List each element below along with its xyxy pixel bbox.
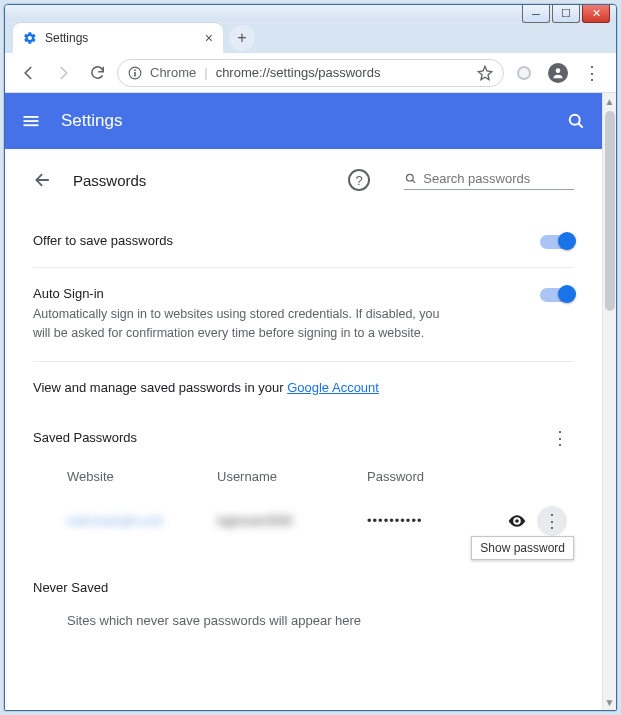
offer-save-toggle[interactable] — [540, 235, 574, 249]
extension-indicator-icon[interactable] — [510, 59, 538, 87]
entry-website[interactable]: mail.example.com — [67, 514, 217, 528]
tab-close-icon[interactable]: × — [205, 30, 213, 46]
svg-rect-6 — [24, 124, 39, 126]
svg-rect-2 — [134, 71, 136, 76]
offer-save-label: Offer to save passwords — [33, 233, 173, 248]
help-icon[interactable]: ? — [348, 169, 370, 191]
col-password: Password — [367, 469, 497, 484]
saved-passwords-title: Saved Passwords — [33, 430, 137, 445]
page-back-button[interactable] — [33, 170, 53, 190]
omnibox[interactable]: Chrome | chrome://settings/passwords — [117, 59, 504, 87]
site-info-icon[interactable] — [128, 66, 142, 80]
auto-signin-description: Automatically sign in to websites using … — [33, 305, 453, 343]
window-maximize-button[interactable]: ☐ — [552, 5, 580, 23]
window-minimize-button[interactable]: ─ — [522, 5, 550, 23]
settings-header-search-icon[interactable] — [566, 111, 586, 131]
password-entry-row: mail.example.com loginuser2000 •••••••••… — [33, 492, 574, 550]
svg-point-8 — [406, 174, 413, 181]
google-account-link[interactable]: Google Account — [287, 380, 379, 395]
search-passwords-field[interactable] — [404, 171, 574, 190]
nav-forward-button[interactable] — [49, 59, 77, 87]
entry-password-masked: •••••••••• — [367, 513, 497, 528]
passwords-page: Passwords ? Offer to save passwords Auto… — [5, 149, 602, 710]
window-close-button[interactable]: ✕ — [582, 5, 610, 23]
offer-save-row: Offer to save passwords — [33, 215, 574, 268]
col-username: Username — [217, 469, 367, 484]
show-password-button[interactable] — [497, 511, 537, 531]
scroll-up-arrow-icon[interactable]: ▲ — [603, 93, 616, 109]
page-title: Passwords — [73, 172, 146, 189]
col-website: Website — [67, 469, 217, 484]
svg-point-9 — [515, 519, 519, 523]
omnibox-url: chrome://settings/passwords — [216, 65, 381, 80]
browser-tab-settings[interactable]: Settings × — [13, 23, 223, 53]
never-saved-title: Never Saved — [33, 580, 574, 595]
omnibox-scheme: Chrome — [150, 65, 196, 80]
svg-rect-5 — [24, 120, 39, 122]
settings-header: Settings — [5, 93, 602, 149]
saved-passwords-menu-button[interactable]: ⋮ — [546, 427, 574, 449]
bookmark-star-icon[interactable] — [477, 65, 493, 81]
browser-tabstrip: Settings × + — [5, 19, 616, 53]
browser-tab-label: Settings — [45, 31, 88, 45]
svg-point-1 — [134, 69, 136, 71]
auto-signin-toggle[interactable] — [540, 288, 574, 302]
nav-reload-button[interactable] — [83, 59, 111, 87]
vertical-scrollbar[interactable]: ▲ ▼ — [602, 93, 616, 710]
gear-icon — [23, 31, 37, 45]
google-account-row: View and manage saved passwords in your … — [33, 362, 574, 423]
svg-rect-4 — [24, 116, 39, 118]
auto-signin-label: Auto Sign-in — [33, 286, 453, 301]
auto-signin-row: Auto Sign-in Automatically sign in to we… — [33, 268, 574, 362]
browser-toolbar: Chrome | chrome://settings/passwords ⋮ — [5, 53, 616, 93]
google-account-prefix: View and manage saved passwords in your — [33, 380, 287, 395]
show-password-tooltip: Show password — [471, 536, 574, 560]
entry-username: loginuser2000 — [217, 514, 367, 528]
omnibox-separator: | — [204, 65, 207, 80]
nav-back-button[interactable] — [15, 59, 43, 87]
settings-menu-icon[interactable] — [21, 111, 41, 131]
scroll-down-arrow-icon[interactable]: ▼ — [603, 694, 616, 710]
svg-point-7 — [570, 115, 580, 125]
entry-menu-button[interactable]: ⋮ — [537, 506, 567, 536]
browser-menu-button[interactable]: ⋮ — [578, 59, 606, 87]
svg-point-3 — [556, 68, 561, 73]
search-passwords-input[interactable] — [423, 171, 574, 186]
scroll-thumb[interactable] — [605, 111, 615, 311]
never-saved-empty: Sites which never save passwords will ap… — [33, 595, 574, 628]
new-tab-button[interactable]: + — [229, 25, 255, 51]
saved-passwords-header: Website Username Password — [33, 461, 574, 492]
settings-header-title: Settings — [61, 111, 122, 131]
profile-avatar-button[interactable] — [544, 59, 572, 87]
search-icon — [404, 171, 417, 186]
